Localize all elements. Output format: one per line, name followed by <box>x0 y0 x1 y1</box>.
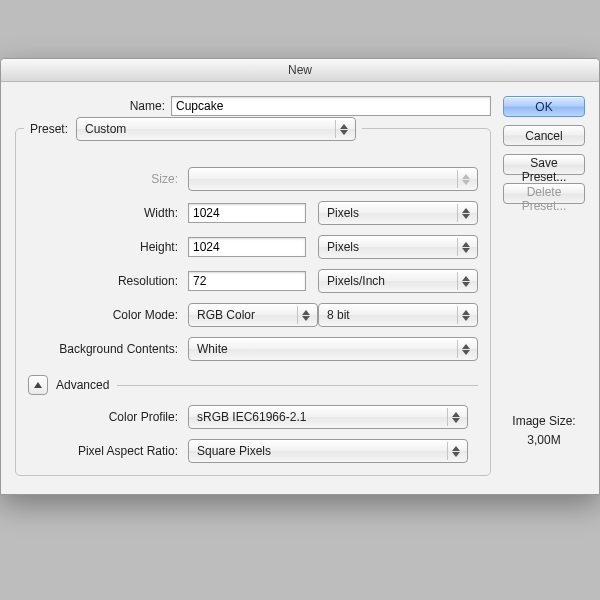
preset-group: Preset: Custom Size: Width: Pix <box>15 128 491 476</box>
delete-preset-button: Delete Preset... <box>503 183 585 204</box>
updown-icon <box>457 238 474 256</box>
updown-icon <box>457 306 474 324</box>
size-label: Size: <box>28 172 178 186</box>
resolution-label: Resolution: <box>28 274 178 288</box>
updown-icon <box>447 408 464 426</box>
width-unit-select[interactable]: Pixels <box>318 201 478 225</box>
advanced-toggle[interactable] <box>28 375 48 395</box>
pixelaspect-value: Square Pixels <box>197 444 271 458</box>
bgcontents-label: Background Contents: <box>28 342 178 356</box>
width-input[interactable] <box>188 203 306 223</box>
triangle-up-icon <box>34 382 42 388</box>
new-document-dialog: New Name: Preset: Custom Size: <box>0 58 600 495</box>
updown-icon <box>457 170 474 188</box>
name-input[interactable] <box>171 96 491 116</box>
image-size-readout: Image Size: 3,00M <box>503 412 585 450</box>
resolution-input[interactable] <box>188 271 306 291</box>
preset-value: Custom <box>85 122 126 136</box>
bgcontents-value: White <box>197 342 228 356</box>
updown-icon <box>457 204 474 222</box>
advanced-label: Advanced <box>56 378 109 392</box>
width-label: Width: <box>28 206 178 220</box>
colorprofile-value: sRGB IEC61966-2.1 <box>197 410 306 424</box>
bitdepth-select[interactable]: 8 bit <box>318 303 478 327</box>
ok-button[interactable]: OK <box>503 96 585 117</box>
pixelaspect-label: Pixel Aspect Ratio: <box>28 444 178 458</box>
image-size-label: Image Size: <box>503 412 585 431</box>
height-unit-value: Pixels <box>327 240 359 254</box>
pixelaspect-select[interactable]: Square Pixels <box>188 439 468 463</box>
updown-icon <box>457 340 474 358</box>
size-select <box>188 167 478 191</box>
height-label: Height: <box>28 240 178 254</box>
preset-select[interactable]: Custom <box>76 117 356 141</box>
width-unit-value: Pixels <box>327 206 359 220</box>
updown-icon <box>447 442 464 460</box>
height-input[interactable] <box>188 237 306 257</box>
bitdepth-value: 8 bit <box>327 308 350 322</box>
dialog-title: New <box>1 59 599 82</box>
divider <box>117 385 478 386</box>
resolution-unit-value: Pixels/Inch <box>327 274 385 288</box>
updown-icon <box>335 120 352 138</box>
colormode-select[interactable]: RGB Color <box>188 303 318 327</box>
colormode-value: RGB Color <box>197 308 255 322</box>
bgcontents-select[interactable]: White <box>188 337 478 361</box>
cancel-button[interactable]: Cancel <box>503 125 585 146</box>
colormode-label: Color Mode: <box>28 308 178 322</box>
name-label: Name: <box>15 99 165 113</box>
resolution-unit-select[interactable]: Pixels/Inch <box>318 269 478 293</box>
updown-icon <box>297 306 314 324</box>
save-preset-button[interactable]: Save Preset... <box>503 154 585 175</box>
height-unit-select[interactable]: Pixels <box>318 235 478 259</box>
colorprofile-select[interactable]: sRGB IEC61966-2.1 <box>188 405 468 429</box>
colorprofile-label: Color Profile: <box>28 410 178 424</box>
preset-label: Preset: <box>30 122 68 136</box>
image-size-value: 3,00M <box>503 431 585 450</box>
updown-icon <box>457 272 474 290</box>
